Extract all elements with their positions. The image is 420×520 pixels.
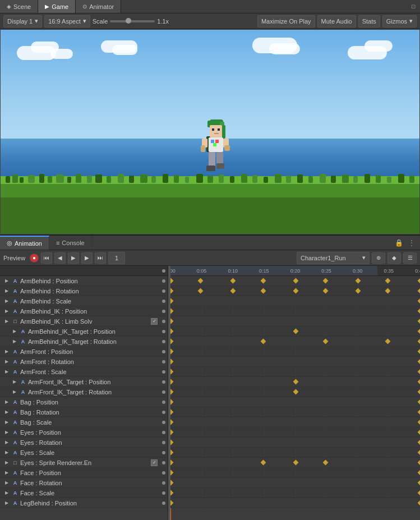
prop-expand-arrow[interactable]: ▶	[3, 369, 10, 375]
property-row-arm-front-ik-target-position[interactable]: ▶ A ArmFront_IK_Target : Position	[0, 377, 168, 387]
keyframe[interactable]	[418, 409, 420, 415]
prop-expand-arrow[interactable]: ▶	[3, 318, 10, 325]
go-to-end-button[interactable]: ⏭	[95, 252, 106, 264]
keyframe[interactable]	[198, 278, 204, 284]
keyframe[interactable]	[418, 450, 420, 455]
keyframe[interactable]	[418, 288, 420, 294]
prop-expand-arrow[interactable]: ▶	[11, 338, 18, 345]
keyframe[interactable]	[170, 359, 173, 365]
animation-name-dropdown[interactable]: Character1_Run ▾	[297, 252, 370, 264]
mute-audio-button[interactable]: Mute Audio	[317, 15, 356, 27]
record-button[interactable]: ●	[30, 254, 39, 263]
property-row-arm-front-rotation[interactable]: ▶ A ArmFront : Rotation	[0, 357, 168, 367]
keyframe[interactable]	[418, 319, 420, 324]
keyframe[interactable]	[170, 319, 173, 324]
prop-expand-arrow[interactable]: ▶	[3, 348, 10, 355]
keyframe[interactable]	[170, 369, 173, 375]
keyframe[interactable]	[170, 420, 173, 425]
property-row-arm-behind-rotation[interactable]: ▶ A ArmBehind : Rotation	[0, 286, 168, 296]
keyframe[interactable]	[418, 420, 420, 425]
keyframe[interactable]	[322, 278, 328, 284]
prev-frame-button[interactable]: ◀	[54, 252, 66, 264]
keyframe[interactable]	[418, 369, 420, 375]
keyframe[interactable]	[170, 399, 173, 405]
keyframe[interactable]	[170, 278, 173, 284]
keyframe[interactable]	[418, 278, 420, 284]
property-row-eyes-scale[interactable]: ▶ A Eyes : Scale	[0, 448, 168, 458]
window-controls[interactable]: ⊡	[407, 3, 420, 10]
maximize-on-play-button[interactable]: Maximize On Play	[257, 15, 315, 27]
property-row-arm-front-ik-target-rotation[interactable]: ▶ A ArmFront_IK_Target : Rotation	[0, 387, 168, 397]
keyframe[interactable]	[170, 339, 173, 344]
property-row-arm-behind-position[interactable]: ▶ A ArmBehind : Position	[0, 276, 168, 286]
prop-expand-arrow[interactable]: ▶	[3, 500, 10, 507]
prop-checkbox[interactable]: ✓	[151, 459, 158, 466]
prop-checkbox[interactable]: ✓	[151, 318, 158, 325]
keyframe[interactable]	[418, 298, 420, 304]
property-row-arm-front-scale[interactable]: ▶ A ArmFront : Scale	[0, 367, 168, 377]
property-row-arm-front-position[interactable]: ▶ A ArmFront : Position	[0, 347, 168, 357]
keyframe[interactable]	[170, 329, 173, 334]
keyframe[interactable]	[418, 399, 420, 405]
keyframe[interactable]	[418, 329, 420, 334]
keyframe[interactable]	[170, 490, 173, 496]
keyframe[interactable]	[260, 278, 266, 284]
keyframe[interactable]	[230, 278, 236, 284]
next-frame-button[interactable]: ▶	[81, 252, 93, 264]
keyframe[interactable]	[293, 288, 298, 294]
keyframe[interactable]	[322, 339, 328, 344]
prop-expand-arrow[interactable]: ▶	[3, 308, 10, 315]
tab-scene[interactable]: ◈ Scene	[0, 0, 38, 13]
add-curve-button[interactable]: ◆	[387, 252, 401, 264]
display-dropdown[interactable]: Display 1 ▾	[3, 15, 42, 27]
keyframe[interactable]	[170, 389, 173, 395]
property-row-arm-behind-ik-limbsolv[interactable]: ▶ □ ArmBehind_IK : Limb Solv ✓	[0, 316, 168, 326]
keyframe[interactable]	[385, 278, 391, 284]
keyframe[interactable]	[418, 339, 420, 344]
aspect-dropdown[interactable]: 16:9 Aspect ▾	[44, 15, 90, 27]
keyframe[interactable]	[418, 470, 420, 476]
keyframe[interactable]	[322, 460, 328, 466]
keyframe[interactable]	[170, 460, 173, 466]
keyframe[interactable]	[170, 379, 173, 385]
keyframe[interactable]	[418, 379, 420, 385]
property-row-leg-behind-position[interactable]: ▶ A LegBehind : Position	[0, 498, 168, 508]
prop-expand-arrow[interactable]: ▶	[3, 409, 10, 416]
keyframe[interactable]	[260, 460, 266, 466]
property-options-button[interactable]: ☰	[403, 252, 417, 264]
property-row-eyes-rotation[interactable]: ▶ A Eyes : Rotation	[0, 438, 168, 448]
keyframe[interactable]	[355, 278, 361, 284]
keyframe[interactable]	[293, 379, 298, 385]
keyframe[interactable]	[418, 440, 420, 445]
keyframe[interactable]	[418, 480, 420, 486]
keyframe[interactable]	[418, 430, 420, 435]
prop-expand-arrow[interactable]: ▶	[3, 429, 10, 436]
keyframe[interactable]	[293, 460, 298, 466]
keyframe[interactable]	[418, 359, 420, 365]
keyframe[interactable]	[418, 349, 420, 355]
keyframe[interactable]	[170, 298, 173, 304]
keyframe[interactable]	[322, 288, 328, 294]
property-row-bag-scale[interactable]: ▶ A Bag : Scale	[0, 417, 168, 427]
prop-expand-arrow[interactable]: ▶	[11, 328, 18, 335]
gizmos-button[interactable]: Gizmos ▾	[382, 15, 417, 27]
prop-expand-arrow[interactable]: ▶	[3, 298, 10, 305]
prop-expand-arrow[interactable]: ▶	[3, 358, 10, 365]
keyframe[interactable]	[170, 409, 173, 415]
keyframe[interactable]	[198, 288, 204, 294]
keyframe[interactable]	[418, 389, 420, 395]
keyframe[interactable]	[170, 480, 173, 486]
go-to-start-button[interactable]: ⏮	[41, 252, 52, 264]
keyframe[interactable]	[170, 288, 173, 294]
keyframe[interactable]	[385, 339, 391, 344]
keyframe[interactable]	[418, 490, 420, 496]
prop-expand-arrow[interactable]: ▶	[3, 459, 10, 466]
property-row-eyes-sprite[interactable]: ▶ □ Eyes : Sprite Renderer.En ✓	[0, 458, 168, 468]
keyframe[interactable]	[170, 500, 173, 506]
prop-expand-arrow[interactable]: ▶	[11, 389, 18, 395]
keyframe[interactable]	[355, 288, 361, 294]
property-row-arm-behind-ik-target-position[interactable]: ▶ A ArmBehind_IK_Target : Position	[0, 326, 168, 337]
play-button[interactable]: ▶	[68, 252, 79, 264]
keyframe[interactable]	[230, 288, 236, 294]
keyframe[interactable]	[170, 349, 173, 355]
